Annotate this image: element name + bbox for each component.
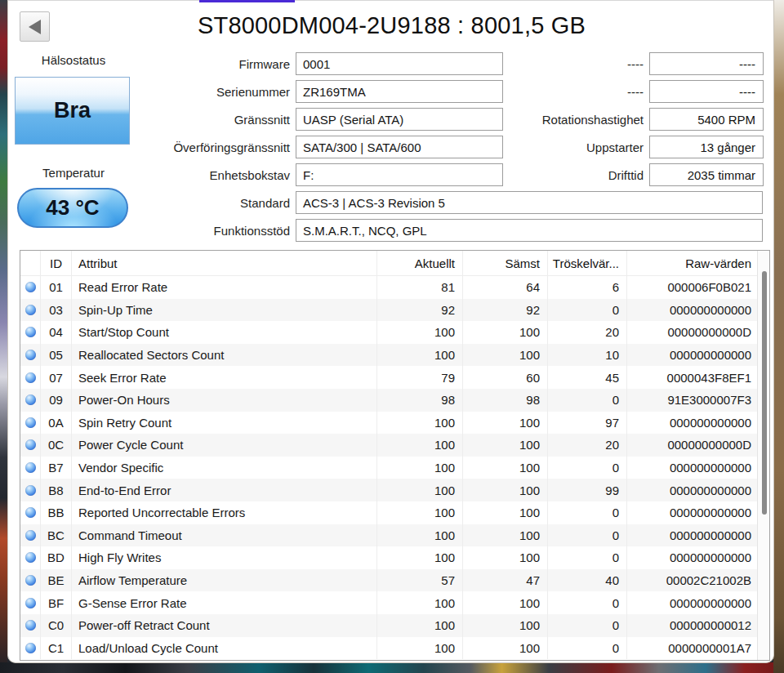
table-row[interactable]: BF G-Sense Error Rate 100 100 0 00000000… [20,591,769,614]
attribute-cell: G-Sense Error Rate [72,591,377,614]
table-row[interactable]: B8 End-to-End Error 100 100 99 000000000… [20,479,769,501]
table-row[interactable]: BC Command Timeout 100 100 0 00000000000… [20,524,769,547]
attribute-cell: Start/Stop Count [72,321,377,344]
attribute-cell: End-to-End Error [72,479,377,501]
threshold-cell: 20 [548,434,627,457]
worst-cell: 47 [463,569,548,592]
table-row[interactable]: BD High Fly Writes 100 100 0 00000000000… [20,546,769,569]
attribute-cell: Load/Unload Cycle Count [72,637,377,660]
health-status-dot-icon [25,620,36,631]
table-row[interactable]: B7 Vendor Specific 100 100 0 00000000000… [20,457,769,479]
id-cell: B7 [41,457,72,479]
scrollbar-thumb[interactable] [762,271,767,515]
attribute-cell: Command Timeout [72,524,377,547]
id-cell: 05 [41,344,72,367]
id-cell: 07 [41,366,72,389]
info-value: 13 gånger [700,140,755,154]
raw-cell: 000000000000 [627,412,758,435]
table-row[interactable]: C1 Load/Unload Cycle Count 100 100 0 000… [20,637,769,660]
attribute-cell: High Fly Writes [72,546,377,569]
drive-title: ST8000DM004-2U9188 : 8001,5 GB [8,12,775,39]
worst-cell: 60 [463,366,548,389]
threshold-column-header[interactable]: Tröskelvär... [548,251,627,275]
attribute-cell: Spin Retry Count [72,412,377,435]
info-row: Drifttid 2035 timmar [8,163,769,186]
info-value-box: ---- [649,80,764,103]
threshold-cell: 0 [548,591,627,614]
health-status-dot-icon [25,575,36,586]
status-cell [20,276,41,299]
current-cell: 100 [377,614,463,637]
table-row[interactable]: BE Airflow Temperature 57 47 40 00002C21… [20,569,769,592]
info-value: ---- [739,85,755,99]
raw-cell: 000000000000 [627,591,758,614]
attribute-cell: Spin-Up Time [72,299,377,322]
id-cell: 01 [41,276,72,299]
raw-values-column-header[interactable]: Raw-värden [627,251,758,275]
current-cell: 100 [377,591,463,614]
raw-cell: 00002C21002B [627,569,758,592]
raw-cell: 000000000000 [627,479,758,501]
table-row[interactable]: 03 Spin-Up Time 92 92 0 000000000000 [20,299,769,322]
threshold-cell: 0 [548,501,627,524]
desktop-background-bottom [0,662,784,673]
health-status-dot-icon [25,282,36,292]
health-status-dot-icon [25,552,36,563]
current-column-header[interactable]: Aktuellt [377,251,463,275]
id-column-header[interactable]: ID [41,251,72,275]
worst-cell: 100 [463,637,548,660]
info-label: ---- [8,85,649,99]
table-row[interactable]: 0A Spin Retry Count 100 100 97 000000000… [20,412,769,435]
table-row[interactable]: 09 Power-On Hours 98 98 0 91E3000007F3 [20,389,769,412]
status-cell [20,457,41,479]
table-row[interactable]: 05 Reallocated Sectors Count 100 100 10 … [20,344,769,367]
worst-cell: 100 [463,614,548,637]
worst-cell: 100 [463,457,548,479]
id-cell: BF [41,591,72,614]
worst-cell: 100 [463,412,548,435]
table-row[interactable]: 04 Start/Stop Count 100 100 20 000000000… [20,321,769,344]
health-status-dot-icon [25,372,36,383]
current-cell: 100 [377,434,463,457]
worst-column-header[interactable]: Sämst [463,251,548,275]
info-value-box: 2035 timmar [649,163,764,186]
info-value: ---- [739,57,755,71]
app-window: ST8000DM004-2U9188 : 8001,5 GB Hälsostat… [7,0,774,663]
attribute-cell: Read Error Rate [72,276,377,299]
raw-cell: 000000000000 [627,501,758,524]
threshold-cell: 20 [548,321,627,344]
worst-cell: 100 [463,434,548,457]
table-row[interactable]: 07 Seek Error Rate 79 60 45 0000043F8EF1 [20,366,769,389]
info-row: ---- ---- [8,80,769,103]
current-cell: 100 [377,344,463,367]
status-column-header[interactable] [20,251,41,275]
status-cell [20,434,41,457]
threshold-cell: 0 [548,299,627,322]
table-header-row: ID Attribut Aktuellt Sämst Tröskelvär...… [20,251,769,276]
info-value-box: ACS-3 | ACS-3 Revision 5 [296,191,763,214]
table-row[interactable]: BB Reported Uncorrectable Errors 100 100… [20,501,769,524]
table-row[interactable]: 0C Power Cycle Count 100 100 20 00000000… [20,434,769,457]
worst-cell: 92 [463,299,548,322]
table-row[interactable]: 01 Read Error Rate 81 64 6 000006F0B021 [20,276,769,299]
id-cell: 0C [41,434,72,457]
status-cell [20,366,41,389]
threshold-cell: 40 [548,569,627,592]
attribute-cell: Airflow Temperature [72,569,377,592]
status-cell [20,299,41,322]
health-status-dot-icon [25,507,36,518]
info-row: Funktionsstöd S.M.A.R.T., NCQ, GPL [8,219,769,242]
table-row[interactable]: C0 Power-off Retract Count 100 100 0 000… [20,614,769,637]
health-status-dot-icon [25,485,36,496]
health-status-dot-icon [25,439,36,450]
threshold-cell: 0 [548,637,627,660]
id-cell: BB [41,501,72,524]
id-cell: BC [41,524,72,547]
threshold-cell: 99 [548,479,627,501]
id-cell: 09 [41,389,72,412]
table-scrollbar[interactable] [757,251,769,660]
status-cell [20,591,41,614]
raw-cell: 000000000000 [627,546,758,569]
info-row: Uppstarter 13 gånger [8,136,769,158]
attribute-column-header[interactable]: Attribut [72,251,377,275]
